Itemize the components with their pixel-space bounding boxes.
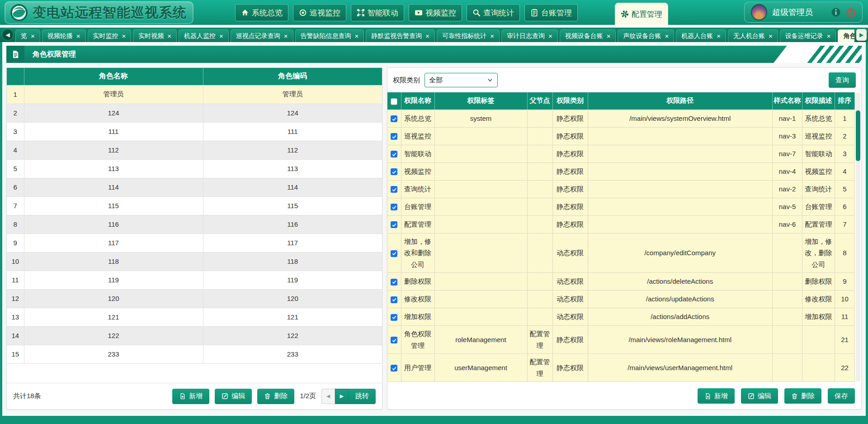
- role-row[interactable]: 5113113: [7, 159, 382, 178]
- nav-video-button[interactable]: 视频监控: [409, 4, 462, 21]
- tab-item[interactable]: 视频设备台账×: [560, 29, 616, 42]
- nav-gear-button[interactable]: 配置管理: [615, 3, 668, 25]
- row-checkbox[interactable]: [391, 279, 397, 286]
- perm-row[interactable]: 删除权限 动态权限 /actions/deleteActions 删除权限 9: [387, 273, 855, 291]
- role-row[interactable]: 1管理员管理员: [7, 85, 382, 104]
- close-icon[interactable]: ×: [76, 33, 80, 39]
- close-icon[interactable]: ×: [122, 33, 126, 39]
- perm-row[interactable]: 查询统计 静态权限 nav-2 查询统计 5: [387, 180, 855, 198]
- tab-item[interactable]: 静默监视告警查询×: [366, 29, 435, 42]
- nav-home-button[interactable]: 系统总览: [235, 4, 288, 21]
- nav-search-button[interactable]: 查询统计: [467, 4, 520, 21]
- close-icon[interactable]: ×: [607, 33, 611, 39]
- perm-row[interactable]: 用户管理 userManagement 配置管理 静态权限 /main/view…: [387, 354, 855, 382]
- role-row[interactable]: 9117117: [7, 233, 382, 252]
- permission-type-select[interactable]: 全部: [425, 73, 498, 87]
- perm-row[interactable]: 智能联动 静态权限 nav-7 智能联动 3: [387, 145, 855, 162]
- role-row[interactable]: 4112112: [7, 141, 382, 159]
- close-icon[interactable]: ×: [167, 33, 171, 39]
- save-button[interactable]: 保存: [828, 388, 855, 404]
- tab-item[interactable]: 审计日志查询×: [501, 29, 558, 42]
- nav-eye-button[interactable]: 巡视监控: [293, 4, 346, 21]
- role-row[interactable]: 12120120: [7, 289, 382, 308]
- role-row[interactable]: 14122122: [7, 326, 382, 345]
- tab-item[interactable]: 览×: [15, 29, 40, 42]
- close-icon[interactable]: ×: [717, 33, 721, 39]
- close-icon[interactable]: ×: [219, 33, 223, 39]
- role-row[interactable]: 3111111: [7, 122, 382, 141]
- row-checkbox[interactable]: [391, 365, 397, 372]
- perm-edit-button[interactable]: 编辑: [741, 388, 778, 404]
- role-row[interactable]: 11119119: [7, 271, 382, 289]
- tab-item[interactable]: 设备运维记录×: [780, 29, 836, 42]
- row-checkbox[interactable]: [391, 168, 397, 175]
- role-delete-button[interactable]: 删除: [257, 389, 294, 404]
- tab-item[interactable]: 机器人监控×: [179, 29, 229, 42]
- close-icon[interactable]: ×: [548, 33, 552, 39]
- tab-item[interactable]: 机器人台账×: [676, 29, 726, 42]
- perm-row[interactable]: 巡视监控 静态权限 nav-3 巡视监控 2: [387, 127, 855, 145]
- prev-page-icon[interactable]: ◀: [321, 389, 335, 404]
- nav-link-button[interactable]: 智能联动: [351, 4, 404, 21]
- row-checkbox[interactable]: [391, 115, 397, 122]
- role-row[interactable]: 13121121: [7, 308, 382, 326]
- row-checkbox[interactable]: [391, 337, 397, 343]
- close-icon[interactable]: ×: [31, 33, 35, 39]
- perm-row[interactable]: 配置管理 静态权限 nav-6 配置管理 7: [387, 215, 855, 233]
- role-row[interactable]: 10118118: [7, 252, 382, 271]
- row-checkbox[interactable]: [391, 314, 397, 321]
- info-icon[interactable]: [831, 7, 841, 17]
- close-icon[interactable]: ×: [284, 33, 288, 39]
- close-icon[interactable]: ×: [665, 33, 669, 39]
- tab-scroll-right-icon[interactable]: ▶: [856, 29, 867, 41]
- row-checkbox[interactable]: [391, 250, 397, 257]
- next-page-icon[interactable]: ▶: [335, 389, 349, 404]
- perm-row[interactable]: 角色权限管理 roleManagement 配置管理 静态权限 /main/vi…: [387, 326, 855, 354]
- perm-row[interactable]: 系统总览 system 静态权限 /main/views/systemOverv…: [387, 110, 855, 127]
- tab-item[interactable]: 无人机台账×: [728, 29, 778, 42]
- perm-tag-cell: roleManagement: [434, 326, 527, 354]
- nav-ledger-button[interactable]: 台账管理: [524, 4, 578, 21]
- close-icon[interactable]: ×: [355, 33, 359, 39]
- row-checkbox[interactable]: [391, 221, 397, 228]
- row-checkbox[interactable]: [391, 151, 397, 157]
- power-icon[interactable]: [846, 7, 856, 17]
- perm-row[interactable]: 修改权限 动态权限 /actions/updateActions 修改权限 10: [387, 291, 855, 308]
- perm-add-button[interactable]: 新增: [698, 388, 735, 404]
- row-checkbox[interactable]: [391, 133, 397, 140]
- tab-item[interactable]: 角色权限管理×: [838, 29, 854, 42]
- close-icon[interactable]: ×: [425, 33, 429, 39]
- role-row[interactable]: 7115115: [7, 196, 382, 215]
- role-row[interactable]: 6114114: [7, 178, 382, 196]
- role-row[interactable]: 2124124: [7, 104, 382, 122]
- tab-item[interactable]: 声纹设备台账×: [618, 29, 674, 42]
- tab-item[interactable]: 巡视点记录查询×: [231, 29, 293, 42]
- scrollbar-track[interactable]: [856, 92, 860, 382]
- role-row[interactable]: 8116116: [7, 215, 382, 233]
- perm-row[interactable]: 增加权限 动态权限 /actions/addActions 增加权限 11: [387, 308, 855, 326]
- close-icon[interactable]: ×: [769, 33, 773, 39]
- role-row[interactable]: 15233233: [7, 345, 382, 363]
- perm-row[interactable]: 增加，修改和删除公司 动态权限 /company/editCompany 增加，…: [387, 233, 855, 273]
- role-edit-button[interactable]: 编辑: [215, 389, 252, 404]
- scrollbar-thumb[interactable]: [856, 110, 860, 161]
- avatar[interactable]: [751, 4, 767, 20]
- jump-page-button[interactable]: 跳转: [349, 389, 376, 404]
- row-checkbox[interactable]: [391, 186, 397, 193]
- role-add-button[interactable]: 新增: [172, 389, 209, 404]
- tab-item[interactable]: 实时监控×: [88, 29, 132, 42]
- close-icon[interactable]: ×: [827, 33, 831, 39]
- tab-item[interactable]: 告警缺陷信息查询×: [295, 29, 364, 42]
- tab-scroll-left-icon[interactable]: ◀: [2, 29, 14, 41]
- tab-item[interactable]: 实时视频×: [133, 29, 177, 42]
- select-all-checkbox[interactable]: [391, 98, 397, 105]
- row-checkbox[interactable]: [391, 204, 397, 210]
- tab-item[interactable]: 可靠性指标统计×: [437, 29, 500, 42]
- close-icon[interactable]: ×: [490, 33, 494, 39]
- row-checkbox[interactable]: [391, 296, 397, 303]
- tab-item[interactable]: 视频轮播×: [42, 29, 86, 42]
- search-button[interactable]: 查询: [829, 72, 856, 88]
- perm-row[interactable]: 视频监控 静态权限 nav-4 视频监控 4: [387, 162, 855, 180]
- perm-delete-button[interactable]: 删除: [784, 388, 821, 404]
- perm-row[interactable]: 台账管理 静态权限 nav-5 台账管理 6: [387, 198, 855, 215]
